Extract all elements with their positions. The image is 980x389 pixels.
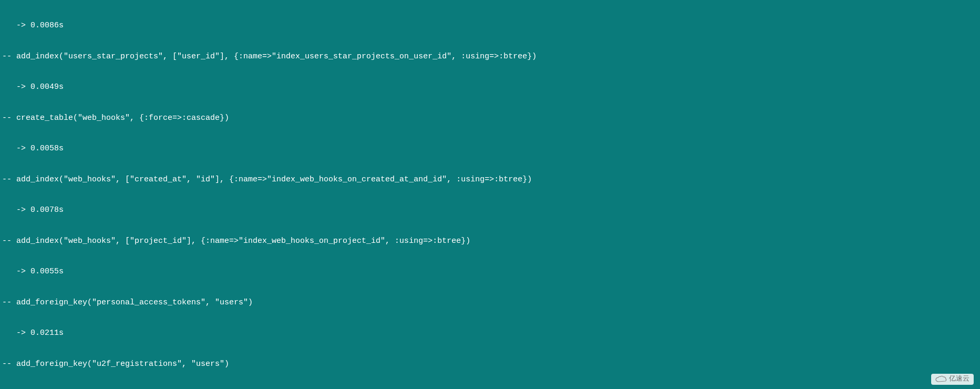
- output-line: -- add_index("users_star_projects", ["us…: [2, 52, 978, 62]
- output-line: -- add_foreign_key("u2f_registrations", …: [2, 359, 978, 370]
- output-line: -> 0.0058s: [2, 144, 978, 154]
- output-line: -> 0.0049s: [2, 82, 978, 93]
- output-line: -> 0.0078s: [2, 205, 978, 216]
- watermark: 亿速云: [931, 374, 974, 385]
- output-line: -- add_index("web_hooks", ["project_id"]…: [2, 236, 978, 247]
- output-line: -> 0.0086s: [2, 21, 978, 31]
- output-line: -- add_foreign_key("personal_access_toke…: [2, 298, 978, 308]
- terminal-output: -> 0.0086s -- add_index("users_star_proj…: [2, 0, 978, 389]
- output-line: -> 0.0211s: [2, 328, 978, 339]
- output-line: -- add_index("web_hooks", ["created_at",…: [2, 175, 978, 185]
- cloud-icon: [935, 376, 947, 383]
- watermark-text: 亿速云: [949, 375, 969, 384]
- output-line: -> 0.0055s: [2, 267, 978, 277]
- output-line: -- create_table("web_hooks", {:force=>:c…: [2, 113, 978, 124]
